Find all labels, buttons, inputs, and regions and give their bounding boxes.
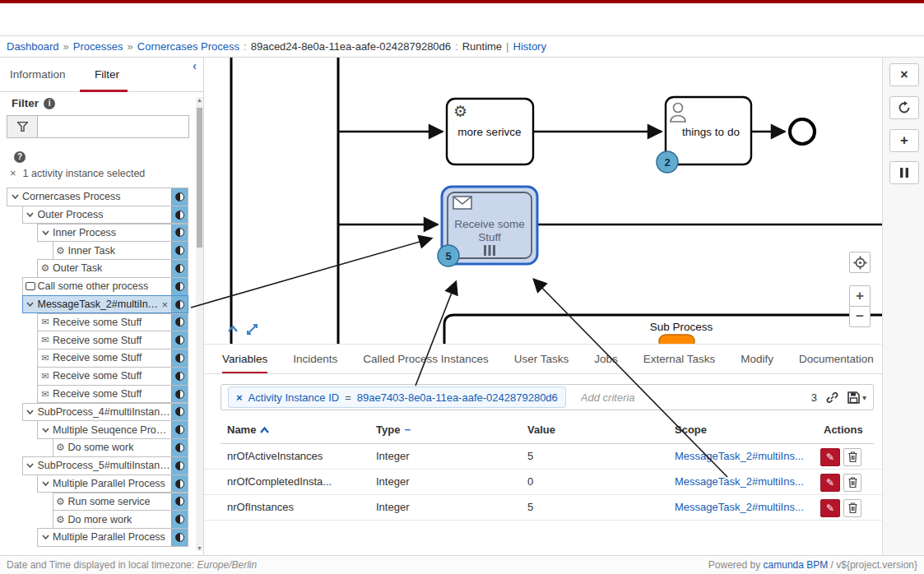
variable-value: 5 [527, 495, 626, 521]
scrollbar-up-icon[interactable]: ▲ [196, 97, 203, 103]
column-header-actions: Actions [824, 424, 863, 436]
zoom-out-button[interactable]: − [849, 306, 871, 327]
tree-item-receive-some-stuff[interactable]: ✉Receive some Stuff [37, 367, 188, 386]
funnel-filter-button[interactable] [7, 115, 38, 138]
sidebar-scrollbar-thumb[interactable] [197, 108, 202, 248]
chevron-down-icon [41, 426, 50, 434]
tree-item-multiple-seuqence-process[interactable]: Multiple Seuqence Process [37, 420, 188, 439]
scope-link[interactable]: MessageTask_2#multiIns... [675, 501, 804, 513]
tree-item-subprocess-4-multiinstance[interactable]: SubProcess_4#multiInstance... [22, 403, 189, 422]
save-search-button[interactable]: ▾ [847, 391, 866, 404]
remove-criterion-icon[interactable]: × [236, 391, 243, 404]
task-label: things to do [682, 126, 740, 138]
tree-item-inner-task[interactable]: ⚙Inner Task [53, 241, 189, 260]
tree-item-receive-some-stuff[interactable]: ✉Receive some Stuff [37, 313, 188, 332]
tree-item-multiple-parallel-process[interactable]: Multiple Parallel Process [37, 528, 188, 547]
running-instances-badge [171, 421, 188, 438]
running-instances-badge [171, 314, 188, 331]
panel-tab-documentation[interactable]: Documentation [799, 345, 874, 374]
edit-variable-button[interactable]: ✎ [820, 499, 840, 517]
tree-item-call-some-other-process[interactable]: Call some other process [22, 277, 189, 296]
panel-tab-jobs[interactable]: Jobs [594, 345, 618, 374]
variable-name: nrOfCompletedInsta... [227, 470, 367, 495]
instance-count-badge: 5 [438, 245, 459, 266]
bpmn-diagram[interactable]: ⚙ more serivce things to do 2 [204, 58, 882, 344]
column-header-type[interactable]: Type − [376, 424, 411, 436]
tree-item-messagetask-2-multiinst[interactable]: MessageTask_2#multiInst...× [22, 295, 189, 314]
panel-tab-incidents[interactable]: Incidents [293, 345, 337, 374]
task-label-line2: Stuff [478, 231, 501, 243]
sub-process-label: Sub Process [650, 321, 713, 333]
cancel-instance-button[interactable]: × [889, 63, 919, 86]
breadcrumb-dashboard[interactable]: Dashboard [7, 40, 59, 53]
chevron-down-icon [41, 229, 50, 237]
tree-item-cornercases-process[interactable]: Cornercases Process [7, 187, 188, 206]
variable-row-nrOfInstances: nrOfInstancesInteger5MessageTask_2#multi… [204, 495, 882, 521]
panel-tab-external-tasks[interactable]: External Tasks [643, 345, 716, 374]
deselect-icon[interactable]: × [158, 299, 171, 311]
call-activity-icon [26, 282, 35, 290]
add-criteria-input[interactable] [579, 391, 798, 405]
tree-item-receive-some-stuff[interactable]: ✉Receive some Stuff [37, 385, 188, 404]
receive-task-selected[interactable]: Receive some Stuff 5 [438, 187, 537, 266]
process-instance-id: 89aced24-8e0a-11ea-aafe-0242879280d6 [251, 40, 451, 53]
delete-variable-button[interactable] [843, 448, 861, 466]
timezone-note: Date and Time displayed in local timezon… [7, 559, 194, 571]
scrollbar-down-icon[interactable]: ▼ [196, 545, 203, 551]
tab-filter[interactable]: Filter [95, 58, 119, 91]
user-task-things-to-do[interactable]: things to do 2 [657, 97, 751, 173]
panel-tab-modify[interactable]: Modify [741, 345, 773, 374]
zoom-in-button[interactable]: + [849, 285, 871, 307]
tree-item-outer-task[interactable]: ⚙Outer Task [37, 259, 188, 278]
panel-collapse-button[interactable] [225, 322, 242, 337]
tree-item-inner-process[interactable]: Inner Process [37, 224, 188, 243]
maximize-button[interactable] [245, 322, 260, 337]
chevron-down-icon [26, 408, 35, 416]
service-task-more-service[interactable]: ⚙ more serivce [447, 99, 533, 164]
delete-variable-button[interactable] [843, 499, 861, 517]
scope-link[interactable]: MessageTask_2#multiIns... [675, 450, 804, 462]
sort-neutral-icon: − [404, 424, 411, 436]
retry-button[interactable] [889, 96, 919, 119]
tree-item-do-some-work[interactable]: ⚙Do some work [53, 438, 189, 457]
panel-tab-user-tasks[interactable]: User Tasks [514, 345, 569, 374]
copy-link-button[interactable] [826, 391, 838, 404]
column-header-name[interactable]: Name [227, 424, 269, 436]
sidebar-collapse-button[interactable]: ‹ [193, 59, 204, 72]
tree-item-do-more-work[interactable]: ⚙Do more work [53, 510, 189, 529]
delete-variable-button[interactable] [843, 474, 861, 492]
tree-item-subprocess-5-multiinstance[interactable]: SubProcess_5#multiInstance... [22, 456, 189, 475]
gear-icon: ⚙ [56, 245, 65, 257]
result-count: 3 [811, 391, 817, 404]
tree-item-outer-process[interactable]: Outer Process [22, 206, 189, 225]
sub-process[interactable]: Sub Process [444, 315, 882, 344]
reset-viewport-button[interactable] [849, 252, 871, 273]
edit-variable-button[interactable]: ✎ [820, 474, 840, 492]
tree-item-run-some-service[interactable]: ⚙Run some service [53, 493, 189, 512]
add-variable-button[interactable]: + [889, 129, 919, 152]
breadcrumb-processes[interactable]: Processes [73, 40, 123, 53]
history-link[interactable]: History [513, 40, 546, 53]
tab-information[interactable]: Information [10, 58, 66, 91]
running-instances-badge [171, 260, 188, 277]
half-circle-icon [175, 300, 184, 309]
filter-text-input[interactable] [38, 115, 189, 138]
suspend-instance-button[interactable] [889, 161, 919, 184]
scope-link[interactable]: MessageTask_2#multiIns... [675, 475, 804, 488]
tree-item-multiple-parallel-process[interactable]: Multiple Parallel Process [37, 474, 188, 493]
running-instances-badge [171, 206, 188, 224]
breadcrumb-process-definition[interactable]: Cornercases Process [137, 40, 239, 53]
search-criterion-chip[interactable]: × Activity Instance ID = 89ae7403-8e0a-1… [228, 387, 566, 408]
info-circle-icon[interactable]: i [44, 98, 55, 109]
panel-tab-called-process-instances[interactable]: Called Process Instances [363, 345, 488, 374]
variable-search-bar[interactable]: × Activity Instance ID = 89ae7403-8e0a-1… [221, 384, 874, 410]
half-circle-icon [175, 282, 184, 291]
edit-variable-button[interactable]: ✎ [820, 448, 840, 466]
clear-selection-icon[interactable]: × [10, 167, 16, 179]
help-button[interactable]: ? [14, 148, 26, 163]
camunda-bpm-link[interactable]: camunda BPM [764, 559, 829, 571]
end-event[interactable] [790, 119, 815, 144]
tree-item-receive-some-stuff[interactable]: ✉Receive some Stuff [37, 331, 188, 349]
tree-item-receive-some-stuff[interactable]: ✉Receive some Stuff [37, 349, 188, 368]
panel-tab-variables[interactable]: Variables [222, 345, 267, 374]
